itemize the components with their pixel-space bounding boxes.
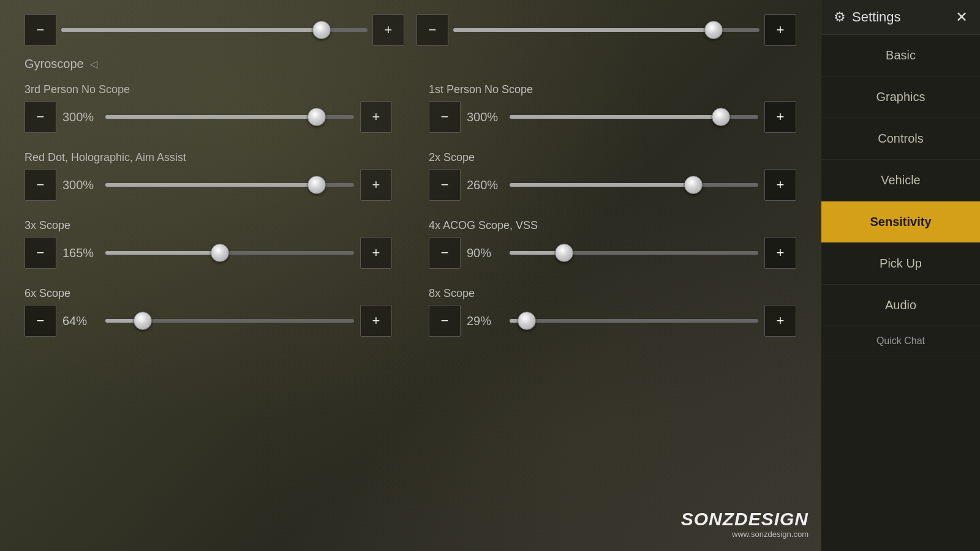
top-right-plus-button[interactable]: + — [764, 14, 796, 46]
nav-item-vehicle[interactable]: Vehicle — [821, 160, 980, 201]
setting-control-red-dot-holographic: −300%+ — [24, 169, 392, 201]
setting-item-6x-scope: 6x Scope−64%+ — [24, 287, 392, 337]
setting-label-2x-scope: 2x Scope — [429, 151, 796, 164]
minus-button-4x-acog-scope[interactable]: − — [429, 237, 461, 269]
setting-control-3x-scope: −165%+ — [24, 237, 392, 269]
setting-control-2x-scope: −260%+ — [429, 169, 796, 201]
sidebar: ⚙ Settings ✕ BasicGraphicsControlsVehicl… — [821, 0, 980, 551]
setting-item-3x-scope: 3x Scope−165%+ — [24, 219, 392, 269]
setting-control-third-person-no-scope: −300%+ — [24, 101, 392, 133]
minus-button-third-person-no-scope[interactable]: − — [24, 101, 56, 133]
value-3x-scope: 165% — [62, 246, 99, 260]
main-content: − + − + Gyroscope ◁ 3rd Perso — [0, 0, 821, 551]
setting-label-4x-acog-scope: 4x ACOG Scope, VSS — [429, 219, 796, 232]
setting-item-first-person-no-scope: 1st Person No Scope−300%+ — [429, 83, 796, 133]
thumb-3x-scope[interactable] — [211, 244, 229, 262]
section-title: Gyroscope — [24, 57, 84, 71]
setting-label-third-person-no-scope: 3rd Person No Scope — [24, 83, 392, 96]
nav-item-pickup[interactable]: Pick Up — [821, 243, 980, 285]
setting-label-6x-scope: 6x Scope — [24, 287, 392, 300]
sidebar-title-container: ⚙ Settings — [834, 9, 901, 25]
plus-button-6x-scope[interactable]: + — [360, 305, 392, 337]
slider-6x-scope[interactable] — [105, 305, 354, 337]
thumb-8x-scope[interactable] — [518, 312, 536, 330]
setting-control-4x-acog-scope: −90%+ — [429, 237, 796, 269]
setting-item-4x-acog-scope: 4x ACOG Scope, VSS−90%+ — [429, 219, 796, 269]
watermark-brand: SONZDESIGN — [681, 509, 809, 530]
value-8x-scope: 29% — [467, 314, 503, 328]
thumb-2x-scope[interactable] — [684, 176, 703, 194]
top-right-slider-row: − + — [417, 14, 796, 46]
plus-button-2x-scope[interactable]: + — [764, 169, 796, 201]
section-arrow-icon: ◁ — [90, 58, 97, 70]
minus-button-8x-scope[interactable]: − — [429, 305, 461, 337]
thumb-6x-scope[interactable] — [134, 312, 152, 330]
thumb-first-person-no-scope[interactable] — [712, 108, 730, 126]
close-button[interactable]: ✕ — [956, 10, 968, 24]
sidebar-title-text: Settings — [852, 9, 901, 25]
plus-button-3x-scope[interactable]: + — [360, 237, 392, 269]
setting-label-3x-scope: 3x Scope — [24, 219, 392, 232]
slider-3x-scope[interactable] — [105, 237, 354, 269]
minus-button-3x-scope[interactable]: − — [24, 237, 56, 269]
slider-first-person-no-scope[interactable] — [510, 101, 758, 133]
value-6x-scope: 64% — [62, 314, 99, 328]
thumb-third-person-no-scope[interactable] — [307, 108, 326, 126]
value-first-person-no-scope: 300% — [467, 110, 503, 124]
slider-third-person-no-scope[interactable] — [105, 101, 354, 133]
nav-list: BasicGraphicsControlsVehicleSensitivityP… — [821, 35, 980, 356]
gear-icon: ⚙ — [834, 9, 846, 25]
value-red-dot-holographic: 300% — [62, 178, 99, 192]
top-partial-sliders: − + − + — [24, 12, 796, 46]
minus-button-red-dot-holographic[interactable]: − — [24, 169, 56, 201]
top-left-slider[interactable] — [61, 14, 368, 46]
setting-control-first-person-no-scope: −300%+ — [429, 101, 796, 133]
value-2x-scope: 260% — [467, 178, 503, 192]
slider-8x-scope[interactable] — [510, 305, 758, 337]
setting-item-third-person-no-scope: 3rd Person No Scope−300%+ — [24, 83, 392, 133]
setting-label-red-dot-holographic: Red Dot, Holographic, Aim Assist — [24, 151, 392, 164]
plus-button-red-dot-holographic[interactable]: + — [360, 169, 392, 201]
top-right-slider[interactable] — [453, 14, 760, 46]
setting-control-6x-scope: −64%+ — [24, 305, 392, 337]
plus-button-8x-scope[interactable]: + — [764, 305, 796, 337]
minus-button-first-person-no-scope[interactable]: − — [429, 101, 461, 133]
setting-item-8x-scope: 8x Scope−29%+ — [429, 287, 796, 337]
top-left-minus-button[interactable]: − — [24, 14, 56, 46]
plus-button-4x-acog-scope[interactable]: + — [764, 237, 796, 269]
setting-control-8x-scope: −29%+ — [429, 305, 796, 337]
setting-item-red-dot-holographic: Red Dot, Holographic, Aim Assist−300%+ — [24, 151, 392, 201]
setting-label-8x-scope: 8x Scope — [429, 287, 796, 300]
value-third-person-no-scope: 300% — [62, 110, 99, 124]
watermark: SONZDESIGN www.sonzdesign.com — [681, 509, 809, 539]
setting-item-2x-scope: 2x Scope−260%+ — [429, 151, 796, 201]
nav-item-sensitivity[interactable]: Sensitivity — [821, 201, 980, 243]
nav-item-quickchat[interactable]: Quick Chat — [821, 326, 980, 356]
top-left-plus-button[interactable]: + — [372, 14, 404, 46]
section-header: Gyroscope ◁ — [24, 57, 796, 71]
plus-button-third-person-no-scope[interactable]: + — [360, 101, 392, 133]
nav-item-graphics[interactable]: Graphics — [821, 77, 980, 118]
plus-button-first-person-no-scope[interactable]: + — [764, 101, 796, 133]
value-4x-acog-scope: 90% — [467, 246, 503, 260]
settings-grid: 3rd Person No Scope−300%+1st Person No S… — [24, 83, 796, 337]
thumb-red-dot-holographic[interactable] — [307, 176, 326, 194]
slider-4x-acog-scope[interactable] — [510, 237, 758, 269]
nav-item-basic[interactable]: Basic — [821, 35, 980, 77]
top-right-minus-button[interactable]: − — [417, 14, 448, 46]
slider-red-dot-holographic[interactable] — [105, 169, 354, 201]
minus-button-2x-scope[interactable]: − — [429, 169, 461, 201]
thumb-4x-acog-scope[interactable] — [555, 244, 573, 262]
sidebar-header: ⚙ Settings ✕ — [821, 0, 980, 35]
slider-2x-scope[interactable] — [510, 169, 758, 201]
top-left-slider-row: − + — [24, 14, 404, 46]
minus-button-6x-scope[interactable]: − — [24, 305, 56, 337]
setting-label-first-person-no-scope: 1st Person No Scope — [429, 83, 796, 96]
watermark-url: www.sonzdesign.com — [681, 530, 809, 539]
nav-item-controls[interactable]: Controls — [821, 118, 980, 160]
nav-item-audio[interactable]: Audio — [821, 285, 980, 326]
